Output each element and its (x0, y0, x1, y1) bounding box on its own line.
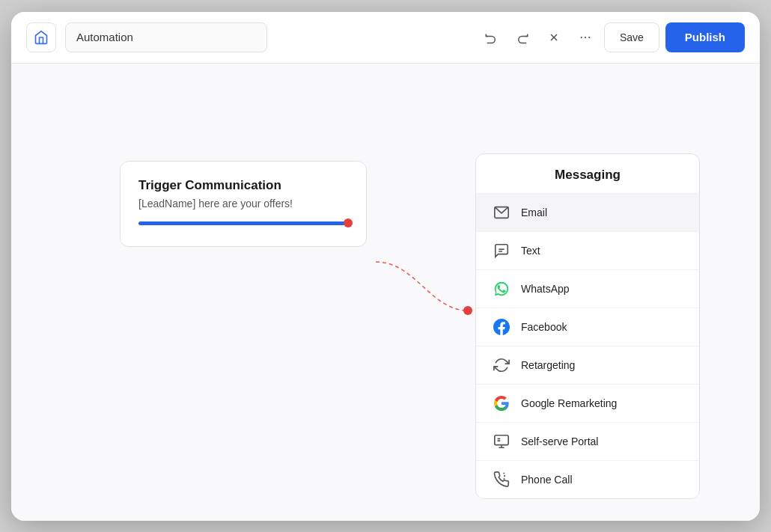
whatsapp-label: WhatsApp (521, 283, 570, 295)
email-icon (491, 202, 512, 223)
redo-button[interactable] (510, 25, 535, 50)
svg-point-2 (581, 36, 582, 37)
trigger-bar (138, 221, 348, 225)
list-item[interactable]: WhatsApp (476, 270, 699, 308)
svg-point-5 (463, 306, 472, 315)
facebook-icon (491, 317, 512, 337)
retargeting-label: Retargeting (521, 359, 575, 371)
header: Save Publish (11, 12, 760, 64)
messaging-list: Email Text (476, 194, 699, 498)
home-icon (34, 30, 49, 45)
list-item[interactable]: Facebook (476, 308, 699, 346)
trigger-card[interactable]: Trigger Communication [LeadName] here ar… (120, 161, 367, 247)
facebook-label: Facebook (521, 321, 567, 333)
whatsapp-icon (491, 278, 512, 299)
canvas: Trigger Communication [LeadName] here ar… (11, 64, 760, 521)
google-remarketing-label: Google Remarketing (521, 397, 617, 409)
svg-point-4 (588, 36, 590, 37)
phone-icon (491, 469, 512, 490)
google-icon (491, 393, 512, 414)
trigger-dot (344, 218, 353, 227)
email-label: Email (521, 207, 547, 218)
list-item[interactable]: Email (476, 194, 699, 232)
automation-title-input[interactable] (65, 22, 267, 52)
app-window: Save Publish Trigger Communication [Lead… (11, 12, 760, 521)
more-icon (579, 31, 592, 44)
svg-rect-9 (495, 435, 508, 444)
home-button[interactable] (26, 22, 56, 52)
redo-icon (516, 31, 529, 44)
portal-label: Self-serve Portal (521, 435, 598, 447)
publish-button[interactable]: Publish (665, 22, 745, 52)
save-button[interactable]: Save (604, 22, 659, 52)
retargeting-icon (491, 355, 512, 376)
svg-point-3 (585, 36, 586, 37)
trigger-subtitle: [LeadName] here are your offers! (138, 198, 348, 210)
more-options-button[interactable] (573, 25, 598, 50)
close-button[interactable] (541, 25, 567, 50)
list-item[interactable]: Text (476, 232, 699, 270)
messaging-header: Messaging (476, 154, 699, 194)
phone-label: Phone Call (521, 474, 573, 486)
list-item[interactable]: Self-serve Portal (476, 423, 699, 461)
text-label: Text (521, 245, 540, 257)
header-actions: Save Publish (478, 22, 745, 52)
portal-icon (491, 431, 512, 452)
text-icon (491, 240, 512, 261)
trigger-title: Trigger Communication (138, 178, 348, 193)
undo-icon (484, 31, 498, 44)
list-item[interactable]: Google Remarketing (476, 385, 699, 423)
list-item[interactable]: Phone Call (476, 461, 699, 498)
list-item[interactable]: Retargeting (476, 346, 699, 385)
undo-button[interactable] (478, 25, 504, 50)
close-icon (548, 31, 560, 43)
messaging-card: Messaging Email (475, 153, 700, 499)
